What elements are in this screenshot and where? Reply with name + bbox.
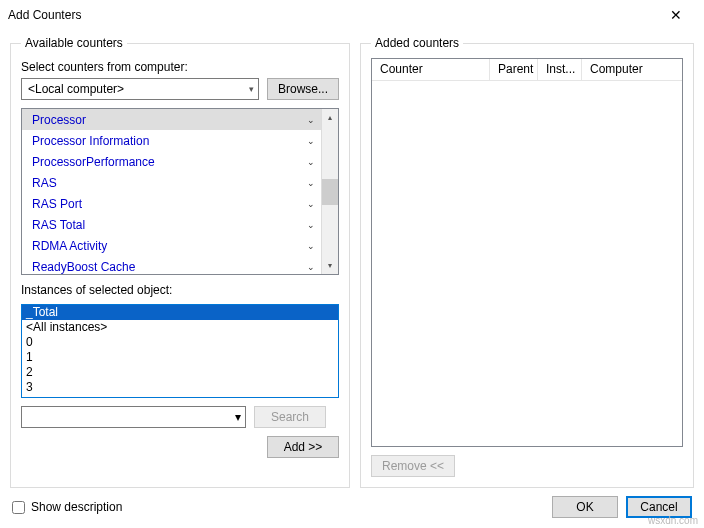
col-counter[interactable]: Counter (372, 59, 490, 80)
chevron-down-icon: ⌄ (307, 199, 315, 209)
counter-name: RDMA Activity (32, 239, 107, 253)
instance-row[interactable]: 2 (22, 365, 338, 380)
instance-row[interactable]: 3 (22, 380, 338, 395)
chevron-down-icon: ▾ (235, 410, 241, 424)
counter-row[interactable]: RAS Total⌄ (22, 214, 321, 235)
instance-row[interactable]: 0 (22, 335, 338, 350)
chevron-down-icon: ⌄ (307, 115, 315, 125)
counter-row[interactable]: RDMA Activity⌄ (22, 235, 321, 256)
available-counters-group: Available counters Select counters from … (10, 36, 350, 488)
computer-combo-value: <Local computer> (28, 82, 124, 96)
counters-scrollbar[interactable]: ▴ ▾ (321, 109, 338, 274)
scroll-up-icon[interactable]: ▴ (322, 109, 338, 126)
dialog-footer: Show description OK Cancel (0, 492, 704, 528)
added-legend: Added counters (371, 36, 463, 50)
added-header: Counter Parent Inst... Computer (372, 59, 682, 81)
counter-name: RAS (32, 176, 57, 190)
col-computer[interactable]: Computer (582, 59, 682, 80)
ok-button[interactable]: OK (552, 496, 618, 518)
chevron-down-icon: ⌄ (307, 136, 315, 146)
counter-name: Processor Information (32, 134, 149, 148)
added-counters-group: Added counters Counter Parent Inst... Co… (360, 36, 694, 488)
instance-row[interactable]: 1 (22, 350, 338, 365)
chevron-down-icon: ⌄ (307, 241, 315, 251)
watermark: wsxdn.com (648, 515, 698, 526)
search-button: Search (254, 406, 326, 428)
chevron-down-icon: ⌄ (307, 220, 315, 230)
titlebar: Add Counters ✕ (0, 0, 704, 30)
available-legend: Available counters (21, 36, 127, 50)
counter-row[interactable]: RAS Port⌄ (22, 193, 321, 214)
counter-row[interactable]: ReadyBoost Cache⌄ (22, 256, 321, 274)
add-button[interactable]: Add >> (267, 436, 339, 458)
close-icon[interactable]: ✕ (656, 7, 696, 23)
scroll-down-icon[interactable]: ▾ (322, 257, 338, 274)
counters-listbox[interactable]: Processor⌄Processor Information⌄Processo… (21, 108, 339, 275)
chevron-down-icon: ▾ (249, 84, 254, 94)
remove-button: Remove << (371, 455, 455, 477)
browse-button[interactable]: Browse... (267, 78, 339, 100)
instances-label: Instances of selected object: (21, 283, 339, 297)
add-counters-dialog: Add Counters ✕ Available counters Select… (0, 0, 704, 528)
window-title: Add Counters (8, 8, 656, 22)
select-computer-label: Select counters from computer: (21, 60, 339, 74)
chevron-down-icon: ⌄ (307, 262, 315, 272)
counter-row[interactable]: Processor⌄ (22, 109, 321, 130)
counter-name: ProcessorPerformance (32, 155, 155, 169)
search-combo[interactable]: ▾ (21, 406, 246, 428)
instances-listbox[interactable]: _Total<All instances>0123 (21, 304, 339, 398)
counter-name: RAS Total (32, 218, 85, 232)
computer-combo[interactable]: <Local computer> ▾ (21, 78, 259, 100)
show-description-checkbox[interactable]: Show description (12, 500, 544, 514)
chevron-down-icon: ⌄ (307, 157, 315, 167)
instance-row[interactable]: <All instances> (22, 320, 338, 335)
counter-row[interactable]: Processor Information⌄ (22, 130, 321, 151)
scroll-thumb[interactable] (322, 179, 338, 205)
show-description-input[interactable] (12, 501, 25, 514)
counter-name: Processor (32, 113, 86, 127)
instance-row[interactable]: _Total (22, 305, 338, 320)
col-inst[interactable]: Inst... (538, 59, 582, 80)
counter-name: ReadyBoost Cache (32, 260, 135, 274)
added-counters-list[interactable]: Counter Parent Inst... Computer (371, 58, 683, 447)
chevron-down-icon: ⌄ (307, 178, 315, 188)
counter-name: RAS Port (32, 197, 82, 211)
counter-row[interactable]: ProcessorPerformance⌄ (22, 151, 321, 172)
show-description-label: Show description (31, 500, 122, 514)
counter-row[interactable]: RAS⌄ (22, 172, 321, 193)
col-parent[interactable]: Parent (490, 59, 538, 80)
